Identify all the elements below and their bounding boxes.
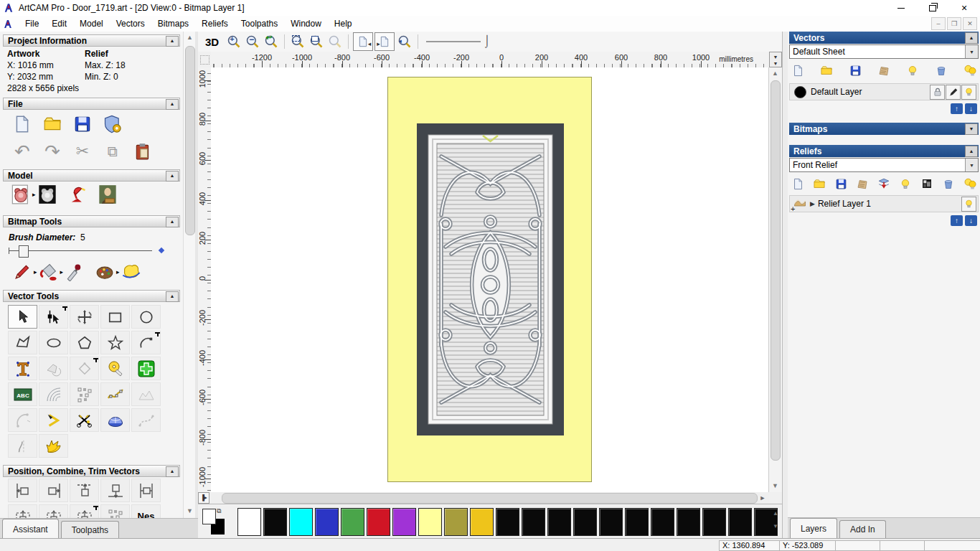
paint-brush-button[interactable] — [11, 261, 33, 283]
create-spline-tool[interactable] — [131, 408, 161, 432]
zoom-out-button[interactable]: − — [243, 33, 262, 50]
distort-envelope-tool[interactable] — [39, 382, 68, 406]
ruler-units-dropdown[interactable]: ▼▼ — [769, 52, 782, 67]
brush-diameter-slider[interactable] — [9, 245, 152, 256]
menu-help[interactable]: Help — [328, 17, 359, 31]
flood-fill-button[interactable] — [38, 261, 60, 283]
section-profile-tool[interactable] — [8, 434, 37, 458]
cut-icon[interactable]: ✂ — [72, 141, 93, 162]
create-polyline-tool[interactable] — [8, 331, 37, 354]
minimize-button[interactable] — [885, 0, 917, 16]
chevron-down-icon[interactable]: ▼ — [965, 45, 978, 58]
colour-palette-button[interactable] — [94, 261, 116, 283]
chevron-down-icon[interactable]: ▼ — [965, 159, 978, 171]
collapse-icon[interactable]: ▲ — [166, 36, 179, 47]
scroll-down-icon[interactable]: ▼ — [184, 505, 196, 517]
block-copy-tool[interactable] — [70, 382, 99, 406]
menu-reliefs[interactable]: Reliefs — [195, 17, 235, 31]
relief-layer-row[interactable]: + ▶ Relief Layer 1 — [789, 195, 979, 212]
wrap-vectors-tool[interactable] — [39, 434, 68, 458]
create-ellipse-tool[interactable] — [39, 331, 68, 354]
new-model-button[interactable] — [11, 113, 33, 135]
fit-vectors-tool[interactable] — [131, 382, 161, 406]
greyscale-preview-button[interactable] — [920, 176, 934, 191]
flyout-arrow-icon[interactable]: ▸ — [32, 191, 36, 198]
expand-arrow-icon[interactable]: ▶ — [810, 200, 815, 207]
scroll-down-icon[interactable]: ▼ — [769, 480, 781, 492]
trim-vectors-tool[interactable] — [70, 408, 99, 432]
paste-button[interactable] — [132, 141, 154, 162]
toggle-visibility-button[interactable] — [898, 176, 913, 191]
fit-arcs-tool[interactable] — [8, 408, 37, 432]
palette-swatch[interactable] — [341, 508, 364, 536]
select-vectors-tool[interactable] — [8, 305, 37, 329]
tab-add-in[interactable]: Add In — [839, 520, 886, 538]
palette-swatch[interactable] — [573, 508, 597, 536]
close-button[interactable]: × — [948, 0, 980, 16]
load-image-button[interactable] — [97, 184, 118, 205]
move-layer-down-button[interactable]: ↓ — [965, 215, 977, 226]
collapse-icon[interactable]: ▲ — [166, 291, 179, 302]
collapse-icon[interactable]: ▲ — [166, 99, 179, 110]
nesting-tool[interactable]: Nes — [131, 504, 161, 518]
undo-button[interactable]: ↶ — [11, 141, 33, 162]
slider-thumb[interactable] — [19, 245, 29, 258]
offset-profile-tool[interactable] — [70, 357, 99, 380]
menu-file[interactable]: File — [19, 17, 45, 31]
palette-swatch[interactable] — [651, 508, 674, 536]
scroll-down-icon[interactable]: ▼ — [771, 520, 781, 533]
flyout-arrow-icon[interactable]: ▸ — [116, 268, 120, 276]
layer-colour-swatch[interactable] — [794, 86, 806, 98]
text-block-tool[interactable]: ABC — [8, 382, 37, 406]
canvas-viewport[interactable] — [211, 67, 769, 492]
menu-edit[interactable]: Edit — [45, 17, 73, 31]
mdi-minimize-button[interactable]: – — [931, 17, 946, 30]
vector-layer-row[interactable]: Default Layer — [789, 83, 979, 100]
transform-vectors-tool[interactable] — [70, 305, 99, 329]
options-shield-button[interactable] — [102, 113, 123, 135]
layer-visibility-bulb[interactable] — [961, 197, 976, 212]
relief-layer-icon[interactable]: + — [793, 197, 807, 210]
copy-icon[interactable]: ⧉ — [102, 141, 123, 162]
menu-toolpaths[interactable]: Toolpaths — [235, 17, 284, 31]
new-relief-layer-button[interactable] — [791, 176, 805, 191]
scroll-up-icon[interactable]: ▲ — [771, 507, 781, 520]
align-centre-tool[interactable] — [131, 479, 161, 502]
mdi-close-button[interactable]: ✕ — [963, 17, 977, 30]
greyscale-view-button[interactable] — [37, 184, 58, 205]
tab-toolpaths[interactable]: Toolpaths — [61, 521, 119, 539]
move-layer-up-button[interactable]: ↑ — [951, 215, 963, 226]
page-toggle-icon[interactable]: ▐▸ — [198, 492, 209, 504]
flyout-arrow-icon[interactable]: ▸ — [34, 268, 37, 276]
save-vector-layer-button[interactable] — [848, 63, 862, 77]
palette-swatch[interactable] — [599, 508, 623, 536]
align-left-tool[interactable] — [8, 479, 37, 502]
new-vector-layer-button[interactable] — [791, 63, 805, 77]
edit-layer-button[interactable] — [946, 85, 961, 100]
palette-swatch[interactable] — [547, 508, 571, 536]
menu-vectors[interactable]: Vectors — [110, 17, 151, 31]
zoom-to-fit-button[interactable] — [307, 33, 326, 50]
snap-grid-toggle[interactable] — [131, 357, 161, 380]
palette-swatch[interactable] — [470, 508, 494, 536]
preview-bitmap-button[interactable]: ◂ — [395, 33, 414, 50]
measure-tool[interactable] — [100, 357, 130, 380]
collapse-icon[interactable]: ▲ — [965, 146, 978, 157]
model-sheet[interactable] — [387, 77, 592, 482]
vector-sheet-dropdown[interactable]: Default Sheet ▼ — [789, 44, 979, 59]
palette-swatch[interactable] — [418, 508, 442, 536]
palette-swatch[interactable] — [237, 508, 261, 536]
horizontal-scrollbar[interactable]: ▐▸ ◄ ► — [198, 492, 782, 504]
palette-swatch[interactable] — [392, 508, 416, 536]
create-text-tool[interactable] — [8, 357, 37, 380]
palette-swatch[interactable] — [289, 508, 313, 536]
primary-colour[interactable] — [202, 509, 216, 524]
primary-secondary-colour-chip[interactable]: ⧉ — [202, 509, 227, 534]
save-model-button[interactable] — [72, 113, 93, 135]
palette-swatch[interactable] — [677, 508, 700, 536]
toggle-visibility-button[interactable] — [905, 63, 920, 77]
scroll-up-icon[interactable]: ▲ — [184, 32, 196, 44]
position-combine-trim-header[interactable]: Position, Combine, Trim Vectors ▲ — [3, 465, 180, 477]
reliefs-panel-header[interactable]: Reliefs ▲ — [789, 145, 979, 157]
menu-window[interactable]: Window — [284, 17, 328, 31]
